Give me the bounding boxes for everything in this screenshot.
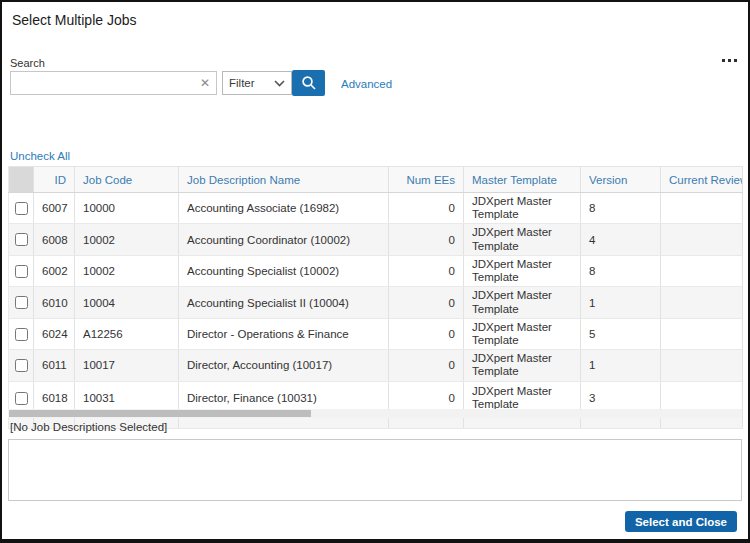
cell-master-template: JDXpert Master Template: [464, 255, 581, 286]
cell-num-ees: 0: [389, 318, 464, 349]
cell-job-code: 10004: [75, 287, 179, 318]
select-multiple-jobs-dialog: Select Multiple Jobs Search ✕ Filter Adv…: [0, 0, 750, 543]
cell-id: 6024: [34, 318, 75, 349]
cell-master-template: JDXpert Master Template: [464, 287, 581, 318]
column-header-version[interactable]: Version: [581, 167, 661, 193]
chevron-down-icon: [274, 80, 285, 87]
cell-job-code: 10002: [75, 224, 179, 255]
horizontal-scrollbar-track[interactable]: [8, 409, 742, 418]
cell-job-code: A12256: [75, 318, 179, 349]
search-label: Search: [10, 57, 45, 69]
row-checkbox[interactable]: [15, 233, 28, 246]
cell-num-ees: 0: [389, 350, 464, 381]
table-row[interactable]: 6008 10002 Accounting Coordinator (10002…: [9, 224, 743, 255]
table-row[interactable]: 6011 10017 Director, Accounting (10017) …: [9, 350, 743, 381]
cell-current-review: [661, 224, 743, 255]
cell-job-description-name: Accounting Associate (16982): [179, 193, 389, 224]
search-input[interactable]: [10, 71, 217, 95]
column-header-master-template[interactable]: Master Template: [464, 167, 581, 193]
dialog-title: Select Multiple Jobs: [12, 12, 137, 28]
filter-dropdown-value: Filter: [229, 77, 255, 89]
cell-id: 6011: [34, 350, 75, 381]
dot: [728, 59, 731, 62]
filter-dropdown[interactable]: Filter: [222, 71, 292, 95]
cell-version: 5: [581, 318, 661, 349]
row-checkbox[interactable]: [15, 296, 28, 309]
row-checkbox[interactable]: [15, 328, 28, 341]
cell-current-review: [661, 287, 743, 318]
row-checkbox[interactable]: [15, 392, 28, 405]
cell-version: 8: [581, 255, 661, 286]
cell-num-ees: 0: [389, 255, 464, 286]
advanced-link[interactable]: Advanced: [341, 78, 392, 90]
search-input-wrap: ✕: [10, 71, 217, 95]
cell-current-review: [661, 255, 743, 286]
table-header-row: ID Job Code Job Description Name Num EEs…: [9, 167, 743, 193]
table-row[interactable]: 6007 10000 Accounting Associate (16982) …: [9, 193, 743, 224]
column-header-current-review[interactable]: Current Review: [661, 167, 743, 193]
select-and-close-button[interactable]: Select and Close: [625, 511, 737, 532]
dot: [722, 59, 725, 62]
cell-id: 6002: [34, 255, 75, 286]
row-checkbox[interactable]: [15, 359, 28, 372]
cell-master-template: JDXpert Master Template: [464, 318, 581, 349]
search-button[interactable]: [292, 70, 325, 96]
search-icon: [301, 75, 317, 91]
cell-current-review: [661, 318, 743, 349]
dot: [734, 59, 737, 62]
column-header-job-code[interactable]: Job Code: [75, 167, 179, 193]
more-options-icon[interactable]: [722, 59, 737, 62]
cell-master-template: JDXpert Master Template: [464, 224, 581, 255]
select-all-header-cell: [9, 167, 34, 193]
cell-current-review: [661, 350, 743, 381]
cell-id: 6008: [34, 224, 75, 255]
horizontal-scrollbar-thumb[interactable]: [9, 410, 311, 417]
selected-jobs-box: [8, 439, 742, 501]
no-selection-message: [No Job Descriptions Selected]: [10, 421, 167, 433]
cell-id: 6007: [34, 193, 75, 224]
cell-job-code: 10000: [75, 193, 179, 224]
cell-version: 4: [581, 224, 661, 255]
column-header-num-ees[interactable]: Num EEs: [389, 167, 464, 193]
cell-current-review: [661, 193, 743, 224]
cell-job-code: 10017: [75, 350, 179, 381]
cell-num-ees: 0: [389, 224, 464, 255]
clear-search-icon[interactable]: ✕: [200, 75, 210, 91]
column-header-job-description-name[interactable]: Job Description Name: [179, 167, 389, 193]
cell-job-description-name: Director - Operations & Finance: [179, 318, 389, 349]
cell-job-description-name: Accounting Specialist (10002): [179, 255, 389, 286]
column-header-id[interactable]: ID: [34, 167, 75, 193]
cell-job-description-name: Director, Accounting (10017): [179, 350, 389, 381]
cell-version: 8: [581, 193, 661, 224]
cell-job-code: 10002: [75, 255, 179, 286]
uncheck-all-link[interactable]: Uncheck All: [10, 150, 70, 162]
row-checkbox[interactable]: [15, 265, 28, 278]
cell-id: 6010: [34, 287, 75, 318]
cell-job-description-name: Accounting Specialist II (10004): [179, 287, 389, 318]
cell-version: 1: [581, 350, 661, 381]
cell-num-ees: 0: [389, 193, 464, 224]
row-checkbox[interactable]: [15, 202, 28, 215]
table-row[interactable]: 6024 A12256 Director - Operations & Fina…: [9, 318, 743, 349]
cell-master-template: JDXpert Master Template: [464, 193, 581, 224]
cell-num-ees: 0: [389, 287, 464, 318]
cell-job-description-name: Accounting Coordinator (10002): [179, 224, 389, 255]
jobs-table: ID Job Code Job Description Name Num EEs…: [8, 166, 743, 429]
cell-master-template: JDXpert Master Template: [464, 350, 581, 381]
table-row[interactable]: 6010 10004 Accounting Specialist II (100…: [9, 287, 743, 318]
table-row[interactable]: 6002 10002 Accounting Specialist (10002)…: [9, 255, 743, 286]
cell-version: 1: [581, 287, 661, 318]
